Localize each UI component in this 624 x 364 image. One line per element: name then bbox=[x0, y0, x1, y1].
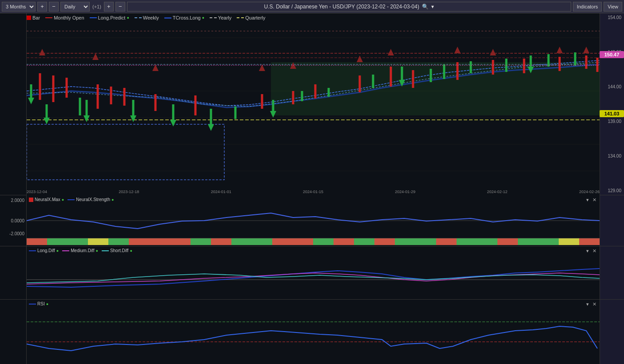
period-plus-btn[interactable]: + bbox=[37, 2, 47, 12]
shortdiff-icon bbox=[102, 250, 109, 251]
nb-18 bbox=[374, 238, 395, 245]
mediumdiff-icon bbox=[62, 250, 69, 251]
period-minus-btn[interactable]: − bbox=[49, 2, 59, 12]
rsi-header: RSI ● bbox=[29, 301, 48, 306]
nb-28 bbox=[579, 238, 600, 245]
dropdown-icon[interactable]: ▾ bbox=[431, 4, 434, 10]
bars-plus-btn[interactable]: + bbox=[104, 2, 114, 12]
nb-27 bbox=[559, 238, 579, 245]
diff-svg bbox=[27, 255, 600, 297]
support-price-tag: 141.03 bbox=[600, 110, 624, 117]
legend-weekly: Weekly bbox=[135, 15, 159, 20]
shortdiff-legend: Short.Diff ● bbox=[102, 248, 132, 253]
neurax-collapse-btn[interactable]: ▾ bbox=[585, 197, 590, 203]
main-legend: Bar Monthly Open Long.Predict ● Weekly T… bbox=[27, 15, 266, 20]
mediumdiff-legend: Medium.Diff ● bbox=[62, 248, 98, 253]
neurax-strength-icon bbox=[68, 199, 75, 200]
rsi-controls: ▾ ✕ bbox=[585, 301, 597, 307]
quarterly-icon bbox=[237, 17, 244, 18]
nb-23 bbox=[477, 238, 497, 245]
bars-minus-btn[interactable]: − bbox=[115, 2, 125, 12]
svg-rect-7 bbox=[271, 62, 600, 115]
left-spacer bbox=[0, 13, 27, 195]
neurax-y-bot: -2.0000 bbox=[9, 231, 24, 236]
nb-20 bbox=[415, 238, 436, 245]
current-price-tag: 150.47 bbox=[600, 51, 624, 58]
monthly-open-icon bbox=[45, 17, 52, 18]
indicators-btn[interactable]: Indicators bbox=[573, 2, 602, 12]
diff-collapse-btn[interactable]: ▾ bbox=[585, 248, 590, 254]
x-label-5: 2024-01-29 bbox=[395, 190, 415, 194]
nb-2 bbox=[47, 238, 68, 245]
neurax-strength-legend: NeuralX.Strength ● bbox=[68, 197, 114, 202]
nb-1 bbox=[27, 238, 47, 245]
toolbar: 3 Months 1 Month 6 Months 1 Year + − Dai… bbox=[0, 0, 624, 13]
plus1-label: (+1) bbox=[91, 4, 102, 9]
neurax-svg bbox=[27, 204, 600, 237]
rsi-svg bbox=[27, 309, 600, 360]
x-label-4: 2024-01-15 bbox=[303, 190, 323, 194]
neurax-left-spacer: 2.0000 0.0000 -2.0000 bbox=[0, 195, 27, 246]
main-chart: Bar Monthly Open Long.Predict ● Weekly T… bbox=[0, 13, 624, 195]
rsi-right-spacer bbox=[600, 300, 624, 364]
diff-left-spacer bbox=[0, 246, 27, 299]
main-chart-svg bbox=[27, 22, 600, 195]
y-label-134: 134.00 bbox=[601, 154, 623, 158]
nb-3 bbox=[68, 238, 88, 245]
legend-monthly: Monthly Open bbox=[45, 15, 84, 20]
nb-5 bbox=[108, 238, 129, 245]
diff-close-btn[interactable]: ✕ bbox=[592, 248, 597, 254]
neurax-controls: ▾ ✕ bbox=[585, 197, 597, 203]
main-y-axis: 154.00 149.00 144.00 139.00 134.00 129.0… bbox=[600, 13, 624, 195]
neurax-blocks bbox=[27, 238, 600, 245]
nb-7 bbox=[149, 238, 170, 245]
neurax-y-top: 2.0000 bbox=[11, 198, 24, 203]
x-label-2: 2023-12-18 bbox=[119, 190, 139, 194]
nb-4 bbox=[88, 238, 108, 245]
nb-8 bbox=[170, 238, 191, 245]
diff-controls: ▾ ✕ bbox=[585, 248, 597, 254]
long-predict-icon bbox=[90, 17, 97, 18]
rsi-collapse-btn[interactable]: ▾ bbox=[585, 301, 590, 307]
neurax-max-icon bbox=[29, 198, 33, 202]
y-label-139: 139.00 bbox=[601, 119, 623, 124]
x-label-1: 2023-12-04 bbox=[27, 190, 47, 194]
title-text: U.S. Dollar / Japanese Yen - USD/JPY (20… bbox=[264, 4, 419, 10]
search-icon[interactable]: 🔍 bbox=[422, 4, 429, 10]
period-select[interactable]: 3 Months 1 Month 6 Months 1 Year bbox=[2, 2, 36, 12]
neurax-max-legend: NeuralX.Max ● bbox=[29, 197, 64, 202]
legend-quarterly: Quarterly bbox=[237, 15, 265, 20]
nb-10 bbox=[211, 238, 231, 245]
main-x-axis: 2023-12-04 2023-12-18 2024-01-01 2024-01… bbox=[27, 190, 600, 194]
chart-container: Bar Monthly Open Long.Predict ● Weekly T… bbox=[0, 13, 624, 364]
tcrosslong-icon bbox=[164, 17, 171, 19]
neurax-y-mid: 0.0000 bbox=[11, 218, 24, 223]
nb-11 bbox=[231, 238, 252, 245]
neurax-header: NeuralX.Max ● NeuralX.Strength ● bbox=[29, 197, 114, 202]
interval-select[interactable]: Daily Weekly 1 Hour bbox=[60, 2, 90, 12]
nb-12 bbox=[252, 238, 272, 245]
nb-15 bbox=[313, 238, 334, 245]
diff-panel: Long.Diff ● Medium.Diff ● Short.Diff ● ▾… bbox=[0, 246, 624, 300]
neurax-panel: 2.0000 0.0000 -2.0000 NeuralX.Max ● Neur… bbox=[0, 195, 624, 246]
legend-bar: Bar bbox=[27, 15, 40, 20]
rsi-legend: RSI ● bbox=[29, 301, 48, 306]
view-btn[interactable]: View bbox=[604, 2, 622, 12]
nb-6 bbox=[129, 238, 149, 245]
y-label-129: 129.00 bbox=[601, 188, 623, 193]
rsi-panel: RSI ● ▾ ✕ 54.0 4.0 bbox=[0, 300, 624, 364]
diff-header: Long.Diff ● Medium.Diff ● Short.Diff ● bbox=[29, 248, 132, 253]
chart-title: U.S. Dollar / Japanese Yen - USD/JPY (20… bbox=[127, 2, 571, 12]
nb-22 bbox=[457, 238, 477, 245]
neurax-close-btn[interactable]: ✕ bbox=[592, 197, 597, 203]
svg-rect-77 bbox=[27, 255, 600, 297]
nb-26 bbox=[538, 238, 559, 245]
rsi-icon bbox=[29, 304, 36, 305]
y-label-154: 154.00 bbox=[601, 15, 623, 20]
nb-24 bbox=[497, 238, 518, 245]
rsi-close-btn[interactable]: ✕ bbox=[592, 301, 597, 307]
weekly-icon bbox=[135, 17, 142, 18]
x-label-3: 2024-01-01 bbox=[211, 190, 231, 194]
nb-19 bbox=[395, 238, 415, 245]
longdiff-legend: Long.Diff ● bbox=[29, 248, 59, 253]
